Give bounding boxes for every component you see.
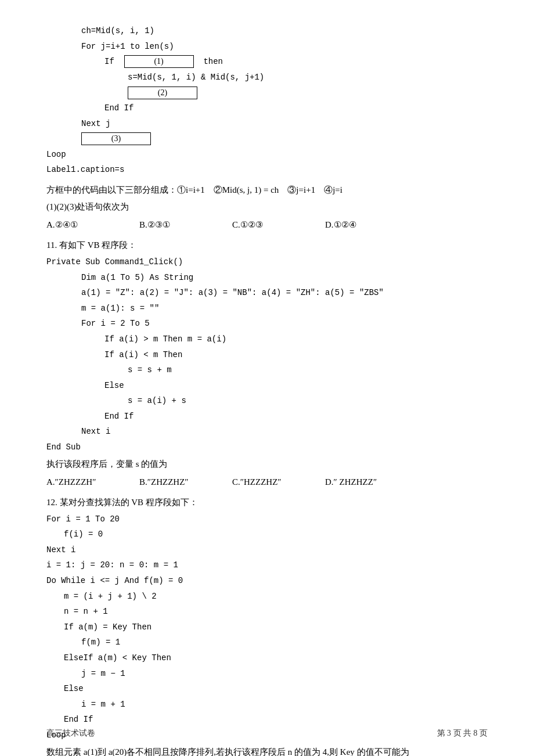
code-line-endif: End If xyxy=(46,100,488,116)
q11-line-11: End If xyxy=(46,409,488,424)
q10-option-a: A.②④① xyxy=(46,217,116,233)
code-line-for: For j=i+1 to len(s) xyxy=(46,39,488,55)
q12-line-7: n = n + 1 xyxy=(46,604,488,620)
code-line-nextj: Next j xyxy=(46,116,488,132)
q12-line-6: m = (i + j + 1) \ 2 xyxy=(46,589,488,604)
q12-line-9: f(m) = 1 xyxy=(46,635,488,650)
code-line-box3: (3) xyxy=(46,131,488,147)
q11-line-5: For i = 2 To 5 xyxy=(46,316,488,332)
q10-option-b: B.②③① xyxy=(139,217,209,233)
q11-line-4: m = a(1): s = ″″ xyxy=(46,301,488,316)
q11-line-6: If a(i) > m Then m = a(i) xyxy=(46,332,488,347)
q11-option-b: B.″ZHZZHZ″ xyxy=(139,474,209,490)
q10-option-d: D.①②④ xyxy=(325,217,395,233)
footer-title: 高三技术试卷 xyxy=(46,728,95,739)
q11-line-8: s = s + m xyxy=(46,362,488,378)
q12-line-10: ElseIf a(m) < Key Then xyxy=(46,650,488,666)
q12-line-13: i = m + 1 xyxy=(46,697,488,712)
question-10: 方框中的代码由以下三部分组成：①i=i+1 ②Mid(s, j, 1) = ch… xyxy=(46,182,488,233)
footer-page-info: 第 3 页 共 8 页 xyxy=(437,728,488,739)
code-line-if: If (1) then xyxy=(46,54,488,70)
q12-line-14: End If xyxy=(46,712,488,728)
q12-line-2: f(i) = 0 xyxy=(46,527,488,542)
q11-line-12: Next i xyxy=(46,424,488,440)
q12-code: For i = 1 To 20 f(i) = 0 Next i i = 1: j… xyxy=(46,512,488,743)
box-1: (1) xyxy=(124,55,194,68)
q12-line-8: If a(m) = Key Then xyxy=(46,620,488,635)
code-line-s-update: s=Mid(s, 1, i) & Mid(s, j+1) xyxy=(46,70,488,85)
main-content: ch=Mid(s, i, 1) For j=i+1 to len(s) If (… xyxy=(46,23,488,756)
code-block-top: ch=Mid(s, i, 1) For j=i+1 to len(s) If (… xyxy=(46,23,488,178)
q11-line-1: Private Sub Command1_Click() xyxy=(46,254,488,270)
q12-line-11: j = m − 1 xyxy=(46,666,488,682)
q11-line-10: s = a(i) + s xyxy=(46,393,488,409)
q10-option-c: C.①②③ xyxy=(232,217,302,233)
code-line-ch: ch=Mid(s, i, 1) xyxy=(46,23,488,39)
question-12: 12. 某对分查找算法的 VB 程序段如下： For i = 1 To 20 f… xyxy=(46,495,488,756)
q11-option-d: D.″ ZHZHZZ″ xyxy=(325,474,395,490)
q11-option-c: C.″HZZZHZ″ xyxy=(232,474,302,490)
q11-result-desc: 执行该段程序后，变量 s 的值为 xyxy=(46,456,488,472)
q11-header: 11. 有如下 VB 程序段： xyxy=(46,237,488,253)
q11-line-13: End Sub xyxy=(46,440,488,455)
q12-line-3: Next i xyxy=(46,542,488,558)
q10-options: A.②④① B.②③① C.①②③ D.①②④ xyxy=(46,217,488,233)
q11-options: A.″ZHZZZH″ B.″ZHZZHZ″ C.″HZZZHZ″ D.″ ZHZ… xyxy=(46,474,488,490)
box-2: (2) xyxy=(128,87,197,99)
q12-line-12: Else xyxy=(46,681,488,697)
page-footer: 高三技术试卷 第 3 页 共 8 页 xyxy=(0,728,534,739)
q12-line-4: i = 1: j = 20: n = 0: m = 1 xyxy=(46,557,488,573)
q11-line-2: Dim a(1 To 5) As String xyxy=(46,270,488,286)
q12-line-1: For i = 1 To 20 xyxy=(46,512,488,527)
q11-line-9: Else xyxy=(46,378,488,394)
box-3: (3) xyxy=(81,132,151,145)
q12-line-5: Do While i <= j And f(m) = 0 xyxy=(46,573,488,589)
q11-line-7: If a(i) < m Then xyxy=(46,347,488,363)
code-line-box2: (2) xyxy=(46,85,488,100)
q12-header: 12. 某对分查找算法的 VB 程序段如下： xyxy=(46,495,488,510)
q11-code: Private Sub Command1_Click() Dim a(1 To … xyxy=(46,254,488,455)
code-line-loop: Loop xyxy=(46,147,488,163)
q11-line-3: a(1) = ″Z″: a(2) = ″J″: a(3) = ″NB″: a(4… xyxy=(46,285,488,301)
q12-result-desc: 数组元素 a(1)到 a(20)各不相同且按降序排列,若执行该程序段后 n 的值… xyxy=(46,744,488,756)
code-line-label: Label1.caption=s xyxy=(46,162,488,178)
q10-sub: (1)(2)(3)处语句依次为 xyxy=(46,199,488,215)
question-11: 11. 有如下 VB 程序段： Private Sub Command1_Cli… xyxy=(46,237,488,490)
q11-option-a: A.″ZHZZZH″ xyxy=(46,474,116,490)
q10-desc: 方框中的代码由以下三部分组成：①i=i+1 ②Mid(s, j, 1) = ch… xyxy=(46,182,488,198)
